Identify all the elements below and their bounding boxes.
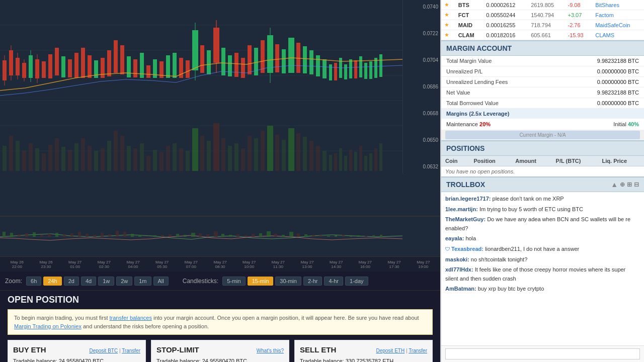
time-label: May 2710:00 xyxy=(234,260,264,269)
trollbox-collapse-icon[interactable]: ▲ xyxy=(611,180,618,189)
svg-rect-16 xyxy=(61,147,65,171)
time-label: May 2623:30 xyxy=(32,260,61,269)
trollbox-input-area xyxy=(441,345,644,362)
svg-rect-89 xyxy=(107,50,111,76)
candle-4hr[interactable]: 4-hr xyxy=(324,277,343,286)
svg-rect-88 xyxy=(101,58,105,78)
whats-this-link[interactable]: What's this? xyxy=(257,348,284,353)
ticker-coin: CLAM xyxy=(455,30,483,40)
svg-rect-122 xyxy=(309,50,313,74)
svg-rect-26 xyxy=(127,146,131,171)
ticker-exchange: BitShares xyxy=(592,0,644,10)
svg-rect-39 xyxy=(213,123,219,171)
candle-2hr[interactable]: 2-hr xyxy=(303,277,323,286)
transfer-balances-link[interactable]: transfer balances xyxy=(110,315,152,321)
svg-rect-160 xyxy=(169,234,172,237)
init-label: Initial xyxy=(613,121,626,127)
candle-5min[interactable]: 5-min xyxy=(222,277,246,286)
ticker-coin: BTS xyxy=(455,0,483,10)
candle-1day[interactable]: 1-day xyxy=(345,277,368,286)
svg-rect-162 xyxy=(184,235,187,237)
ticker-price: 0.00016255 xyxy=(483,20,528,30)
ticker-change: -2.76 xyxy=(565,20,592,30)
trading-panels: BUY ETH Deposit BTC | Transfer Tradable … xyxy=(8,340,433,362)
ticker-row[interactable]: ★ BTS 0.00002612 2619.805 -9.08 BitShare… xyxy=(441,0,644,10)
buy-deposit-btc-link[interactable]: Deposit BTC xyxy=(89,348,118,353)
buy-transfer-link[interactable]: Transfer xyxy=(122,348,140,353)
chart-controls: Zoom: 6h 24h 2d 4d 1w 2w 1m All Candlest… xyxy=(0,272,440,291)
zoom-4d[interactable]: 4d xyxy=(81,277,96,286)
maint-value: 20% xyxy=(479,121,491,127)
svg-rect-179 xyxy=(312,235,315,237)
maintenance-info: Maintenance 20% xyxy=(446,121,491,127)
margin-trading-link[interactable]: Margin Trading on Poloniex xyxy=(14,323,82,329)
zoom-6h[interactable]: 6h xyxy=(26,277,41,286)
troll-text: Im trying to buy 5 worth of ETC using BT… xyxy=(479,206,583,212)
ticker-coin: MAID xyxy=(455,20,483,30)
svg-rect-105 xyxy=(207,50,211,74)
candlesticks-label: Candlesticks: xyxy=(183,278,218,285)
svg-rect-37 xyxy=(200,136,204,171)
sell-transfer-link[interactable]: Transfer xyxy=(409,348,427,353)
ticker-row[interactable]: ★ CLAM 0.00182016 605.661 -15.93 CLAMS xyxy=(441,30,644,40)
stop-limit-title: STOP-LIMIT xyxy=(156,345,199,354)
svg-rect-144 xyxy=(48,234,51,237)
svg-rect-8 xyxy=(9,136,13,171)
svg-rect-148 xyxy=(78,232,81,237)
zoom-all[interactable]: All xyxy=(153,277,169,286)
svg-rect-86 xyxy=(88,55,92,78)
margin-account-header: MARGIN ACCOUNT xyxy=(441,40,644,56)
candle-30min[interactable]: 30-min xyxy=(275,277,301,286)
initial-info: Initial 40% xyxy=(613,121,639,127)
zoom-24h[interactable]: 24h xyxy=(43,277,61,286)
trollbox-icon2[interactable]: ⊞ xyxy=(627,181,632,188)
trollbox-icon3[interactable]: ⊟ xyxy=(634,181,639,188)
trollbox-title: TROLLBOX xyxy=(446,180,485,189)
price-label-0686: 0.0686 xyxy=(405,84,438,89)
svg-rect-124 xyxy=(323,59,327,78)
svg-rect-186 xyxy=(365,236,367,237)
open-position-title: OPEN POSITION xyxy=(8,295,433,305)
ticker-volume: 2619.805 xyxy=(528,0,565,10)
svg-rect-111 xyxy=(241,58,245,78)
svg-rect-30 xyxy=(153,150,157,171)
trollbox-icon1[interactable]: ⊕ xyxy=(620,181,625,188)
svg-rect-166 xyxy=(214,231,218,237)
svg-rect-31 xyxy=(159,152,164,171)
candle-15min[interactable]: 15-min xyxy=(248,277,274,286)
pos-col-amount: Amount xyxy=(511,156,551,166)
svg-rect-43 xyxy=(241,148,245,171)
zoom-2d[interactable]: 2d xyxy=(64,277,79,286)
troll-username: 1lee.martijn: xyxy=(445,206,478,212)
svg-rect-181 xyxy=(327,236,330,237)
stop-limit-panel: STOP-LIMIT What's this? Tradable balance… xyxy=(151,340,289,362)
svg-rect-134 xyxy=(374,58,377,78)
trollbox-input[interactable] xyxy=(445,348,640,359)
svg-rect-19 xyxy=(81,138,85,171)
margin-row: Net Value 9.98232188 BTC xyxy=(441,87,644,98)
leverage-info: Maintenance 20% Initial 40% xyxy=(441,119,644,130)
svg-rect-61 xyxy=(354,152,357,171)
margin-row: Unrealized Lending Fees 0.00000000 BTC xyxy=(441,77,644,87)
ticker-row[interactable]: ★ FCT 0.00550244 1540.794 +3.07 Factom xyxy=(441,10,644,20)
svg-rect-123 xyxy=(316,55,320,76)
sell-deposit-eth-link[interactable]: Deposit ETH xyxy=(376,348,405,353)
time-label: May 2705:30 xyxy=(147,260,177,269)
positions-table: Coin Position Amount P/L (BTC) Liq. Pric… xyxy=(441,156,644,176)
pos-col-position: Position xyxy=(469,156,511,166)
svg-rect-132 xyxy=(364,63,367,79)
svg-rect-153 xyxy=(116,231,119,237)
ticker-row[interactable]: ★ MAID 0.00016255 718.794 -2.76 MaidSafe… xyxy=(441,20,644,30)
price-label-0704: 0.0704 xyxy=(405,57,438,63)
troll-text: no sh!tcointalk tonight? xyxy=(471,256,528,262)
zoom-2w[interactable]: 2w xyxy=(116,277,132,286)
svg-rect-176 xyxy=(289,232,293,237)
svg-rect-10 xyxy=(22,151,26,171)
svg-rect-98 xyxy=(166,55,170,78)
svg-rect-142 xyxy=(33,232,36,237)
no-positions-msg: You have no open positions. xyxy=(441,166,644,177)
pos-col-liq: Liq. Price xyxy=(598,156,644,166)
trollbox-message: eayala: hola xyxy=(445,234,640,243)
zoom-1w[interactable]: 1w xyxy=(98,277,114,286)
zoom-1m[interactable]: 1m xyxy=(134,277,151,286)
